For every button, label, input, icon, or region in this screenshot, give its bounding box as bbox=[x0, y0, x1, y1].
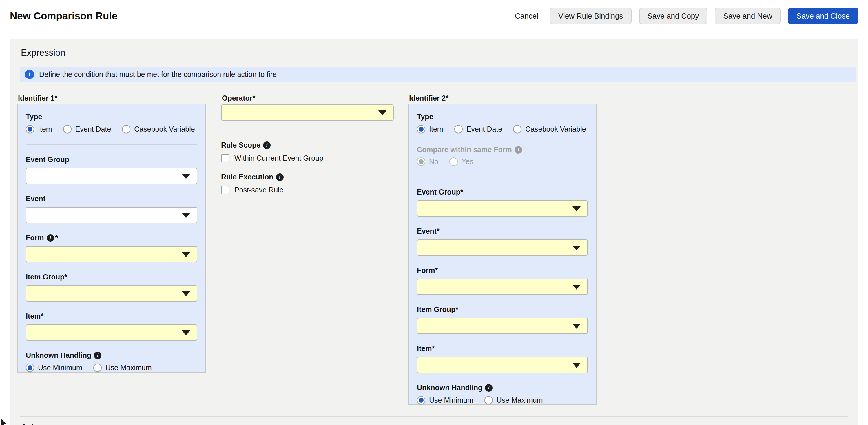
identifier1-unknown-handling-label: Unknown Handling i bbox=[26, 351, 197, 360]
radio-label: Event Date bbox=[75, 125, 111, 133]
new-comparison-rule-page: New Comparison Rule Cancel View Rule Bin… bbox=[0, 0, 868, 425]
identifier1-event-field: Event bbox=[26, 195, 197, 223]
identifier2-type-label: Type bbox=[417, 112, 588, 121]
identifier2-event-label: Event* bbox=[417, 227, 588, 235]
field-label-text: Form bbox=[26, 234, 44, 242]
radio-label: Use Maximum bbox=[105, 364, 152, 372]
identifier1-form-label: Form i * bbox=[26, 234, 197, 242]
save-and-new-button[interactable]: Save and New bbox=[715, 7, 780, 24]
compare-yes-radio: Yes bbox=[450, 158, 473, 166]
cancel-button[interactable]: Cancel bbox=[515, 11, 538, 21]
post-save-rule-checkbox[interactable] bbox=[221, 186, 229, 194]
caret-down-icon bbox=[182, 291, 190, 296]
identifier2-event-group-select[interactable] bbox=[417, 200, 588, 217]
app-header: New Comparison Rule Cancel View Rule Bin… bbox=[0, 0, 868, 32]
identifier2-item-select[interactable] bbox=[417, 357, 588, 373]
rule-execution-label: Rule Execution i bbox=[221, 173, 394, 181]
operator-label: Operator* bbox=[222, 94, 394, 102]
identifier1-item-select[interactable] bbox=[26, 324, 197, 341]
within-current-event-group-checkbox[interactable] bbox=[221, 154, 229, 162]
identifier1-use-minimum-radio[interactable]: Use Minimum bbox=[26, 364, 82, 372]
identifier1-item-group-select[interactable] bbox=[26, 285, 197, 302]
caret-down-icon bbox=[182, 174, 190, 179]
identifier1-form-select[interactable] bbox=[26, 246, 197, 262]
expression-heading: Expression bbox=[21, 48, 858, 58]
info-icon[interactable]: i bbox=[485, 384, 493, 392]
radio-selected-icon bbox=[417, 125, 425, 133]
identifier2-event-select[interactable] bbox=[417, 239, 588, 256]
identifier2-type-event-date-radio[interactable]: Event Date bbox=[454, 125, 502, 133]
identifier1-event-group-field: Event Group bbox=[26, 155, 197, 184]
identifier2-label: Identifier 2* bbox=[409, 94, 596, 102]
info-icon[interactable]: i bbox=[276, 173, 284, 181]
info-icon[interactable]: i bbox=[94, 352, 101, 359]
panel-divider bbox=[417, 177, 588, 177]
expression-section: Expression i Define the condition that m… bbox=[10, 39, 858, 425]
info-banner: i Define the condition that must be met … bbox=[20, 67, 856, 82]
radio-label: Use Maximum bbox=[497, 396, 543, 404]
field-label-text: Unknown Handling bbox=[26, 351, 91, 360]
compare-within-same-form-radios: No Yes bbox=[417, 158, 588, 166]
group-label-text: Compare within same Form bbox=[417, 145, 512, 154]
radio-label: Use Minimum bbox=[38, 364, 82, 372]
caret-down-icon bbox=[572, 206, 581, 211]
identifier2-unknown-handling-field: Unknown Handling i Use Minimum Use Maxim… bbox=[417, 384, 588, 404]
identifier2-panel: Type Item Event Date Casebook Variabl bbox=[408, 104, 596, 405]
header-actions: Cancel View Rule Bindings Save and Copy … bbox=[515, 7, 858, 24]
field-label-text: Unknown Handling bbox=[417, 384, 483, 392]
info-icon[interactable]: i bbox=[46, 234, 54, 242]
identifier1-type-casebook-variable-radio[interactable]: Casebook Variable bbox=[122, 125, 195, 133]
identifier1-item-group-label: Item Group* bbox=[26, 273, 197, 281]
radio-label: Casebook Variable bbox=[134, 125, 195, 133]
radio-selected-icon bbox=[417, 396, 425, 404]
identifier2-unknown-handling-radios: Use Minimum Use Maximum bbox=[417, 396, 588, 404]
radio-label: No bbox=[429, 158, 438, 166]
page-title: New Comparison Rule bbox=[10, 10, 117, 22]
identifier1-panel: Type Item Event Date Casebook Variabl bbox=[17, 104, 206, 372]
radio-unselected-icon bbox=[63, 125, 71, 133]
identifier1-event-group-select[interactable] bbox=[26, 168, 197, 184]
operator-select[interactable] bbox=[221, 104, 394, 121]
group-label-text: Rule Scope bbox=[221, 141, 260, 149]
identifier2-type-item-radio[interactable]: Item bbox=[417, 125, 443, 133]
identifier1-unknown-handling-field: Unknown Handling i Use Minimum Use Maxim… bbox=[26, 351, 197, 372]
identifier2-item-group-select[interactable] bbox=[417, 318, 588, 334]
info-icon[interactable]: i bbox=[263, 141, 271, 149]
save-and-close-button[interactable]: Save and Close bbox=[788, 7, 858, 24]
checkbox-label: Post-save Rule bbox=[235, 186, 284, 194]
section-divider bbox=[20, 416, 848, 417]
radio-selected-icon bbox=[26, 125, 34, 133]
radio-selected-icon bbox=[26, 364, 34, 372]
caret-down-icon bbox=[378, 110, 386, 115]
radio-label: Casebook Variable bbox=[525, 125, 586, 133]
info-icon: i bbox=[25, 69, 34, 79]
identifier1-event-select[interactable] bbox=[26, 207, 197, 223]
view-rule-bindings-button[interactable]: View Rule Bindings bbox=[550, 7, 631, 24]
identifier2-item-group-field: Item Group* bbox=[417, 305, 588, 334]
identifier2-use-minimum-radio[interactable]: Use Minimum bbox=[417, 396, 473, 404]
caret-down-icon bbox=[182, 252, 190, 257]
compare-within-same-form-label: Compare within same Form i bbox=[417, 145, 588, 154]
mouse-cursor-icon bbox=[1, 419, 10, 425]
radio-label: Use Minimum bbox=[429, 396, 473, 404]
save-and-copy-button[interactable]: Save and Copy bbox=[639, 7, 708, 24]
identifier2-use-maximum-radio[interactable]: Use Maximum bbox=[485, 396, 543, 404]
identifier2-form-select[interactable] bbox=[417, 279, 588, 295]
action-heading: Action bbox=[21, 422, 858, 425]
identifier1-use-maximum-radio[interactable]: Use Maximum bbox=[93, 364, 152, 372]
identifier2-type-casebook-variable-radio[interactable]: Casebook Variable bbox=[513, 125, 586, 133]
radio-disabled-selected-icon bbox=[417, 158, 425, 166]
compare-within-same-form-block: Compare within same Form i No Yes bbox=[417, 145, 588, 166]
group-label-text: Rule Execution bbox=[221, 173, 274, 181]
radio-label: Event Date bbox=[466, 125, 502, 133]
identifier1-event-group-label: Event Group bbox=[26, 155, 197, 164]
radio-unselected-icon bbox=[93, 364, 102, 372]
panel-divider bbox=[26, 144, 197, 145]
identifier1-type-item-radio[interactable]: Item bbox=[26, 125, 52, 133]
identifier1-unknown-handling-radios: Use Minimum Use Maximum bbox=[26, 364, 197, 372]
rule-scope-label: Rule Scope i bbox=[221, 141, 394, 149]
identifier2-unknown-handling-label: Unknown Handling i bbox=[417, 384, 588, 392]
identifier1-label: Identifier 1* bbox=[18, 94, 206, 102]
identifier1-type-radios: Item Event Date Casebook Variable bbox=[26, 125, 197, 133]
identifier1-type-event-date-radio[interactable]: Event Date bbox=[63, 125, 111, 133]
